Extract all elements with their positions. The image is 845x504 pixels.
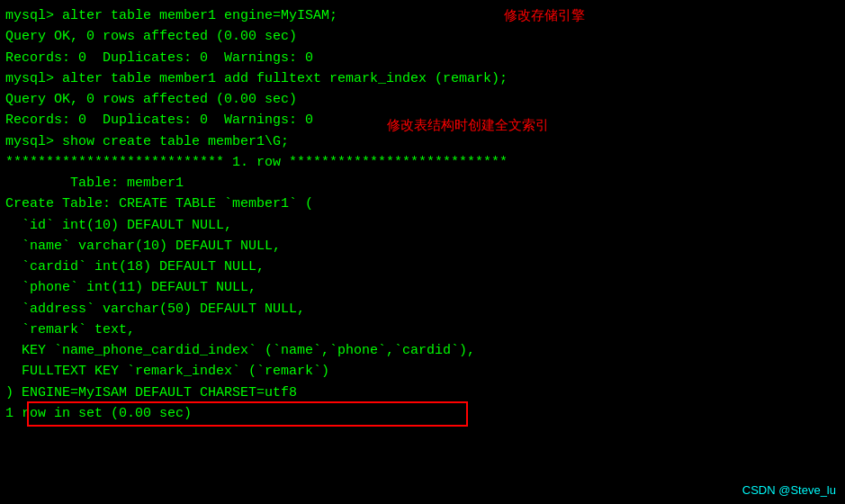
terminal-line-19: FULLTEXT KEY `remark_index` (`remark`): [5, 361, 840, 382]
annotation-storage-engine: 修改存储引擎: [504, 7, 585, 24]
terminal-line-21: 1 row in set (0.00 sec): [5, 403, 840, 424]
watermark: CSDN @Steve_lu: [742, 483, 836, 497]
annotation-fulltext-index: 修改表结构时创建全文索引: [387, 117, 549, 134]
terminal: mysql> alter table member1 engine=MyISAM…: [0, 0, 845, 504]
terminal-line-20: ) ENGINE=MyISAM DEFAULT CHARSET=utf8: [5, 382, 840, 403]
terminal-line-1: Query OK, 0 rows affected (0.00 sec): [5, 26, 840, 47]
terminal-line-13: `name` varchar(10) DEFAULT NULL,: [5, 236, 840, 256]
terminal-line-17: `remark` text,: [5, 320, 840, 340]
terminal-line-12: `id` int(10) DEFAULT NULL,: [5, 215, 840, 236]
terminal-line-15: `phone` int(11) DEFAULT NULL,: [5, 277, 840, 298]
terminal-line-0: mysql> alter table member1 engine=MyISAM…: [5, 5, 840, 26]
terminal-line-5: Query OK, 0 rows affected (0.00 sec): [5, 89, 840, 110]
terminal-line-11: Create Table: CREATE TABLE `member1` (: [5, 194, 840, 214]
terminal-line-4: mysql> alter table member1 add fulltext …: [5, 68, 840, 89]
terminal-line-10: Table: member1: [5, 173, 840, 194]
terminal-line-16: `address` varchar(50) DEFAULT NULL,: [5, 299, 840, 320]
terminal-line-9: *************************** 1. row *****…: [5, 152, 840, 173]
terminal-line-14: `cardid` int(18) DEFAULT NULL,: [5, 256, 840, 277]
terminal-line-18: KEY `name_phone_cardid_index` (`name`,`p…: [5, 340, 840, 361]
terminal-line-2: Records: 0 Duplicates: 0 Warnings: 0: [5, 48, 840, 68]
